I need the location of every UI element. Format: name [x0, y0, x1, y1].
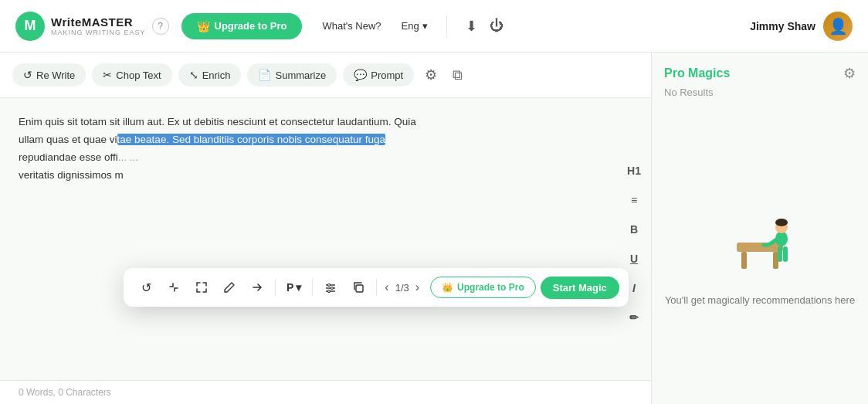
ft-edit-button[interactable] — [216, 274, 242, 300]
crown-icon: 👑 — [197, 20, 210, 32]
app-subtitle: MAKING WRITING EASY — [51, 29, 146, 36]
svg-rect-12 — [778, 246, 782, 262]
summarize-icon: 📄 — [258, 69, 271, 81]
copy-icon: ⧉ — [453, 67, 463, 83]
ft-divider-2 — [312, 279, 313, 296]
logo-icon: M — [15, 12, 45, 41]
svg-point-5 — [328, 290, 331, 293]
underline-format-button[interactable]: U — [623, 248, 645, 270]
download-icon: ⬇ — [466, 18, 477, 35]
word-count: 0 Words, 0 Characters — [19, 387, 111, 398]
ft-edit-icon — [223, 281, 236, 294]
sidebar-title: Pro Magics — [664, 66, 730, 80]
status-bar: 0 Words, 0 Characters — [0, 380, 651, 404]
svg-rect-9 — [773, 252, 778, 269]
language-selector[interactable]: Eng ▾ — [402, 20, 428, 32]
user-area: Jimmy Shaw 👤 — [750, 12, 853, 41]
editor-content[interactable]: Enim quis sit totam sit illum aut. Ex ut… — [0, 98, 651, 380]
settings-icon-button[interactable]: ⚙ — [420, 62, 442, 88]
download-button[interactable]: ⬇ — [466, 18, 477, 35]
ft-settings-icon — [324, 281, 337, 294]
whats-new-button[interactable]: What's New? — [314, 20, 388, 32]
logo-area: M WriteMASTER MAKING WRITING EASY ? — [15, 12, 169, 41]
settings-icon: ⚙ — [425, 67, 437, 83]
floating-toolbar: ↺ P ▾ — [124, 268, 629, 307]
illustration-caption: You'll get magically recommendations her… — [665, 294, 855, 306]
user-avatar: 👤 — [823, 12, 853, 41]
upgrade-to-pro-button[interactable]: 👑 Upgrade to Pro — [181, 13, 303, 39]
chop-icon: ✂ — [103, 69, 112, 81]
editor-text: Enim quis sit totam sit illum aut. Ex ut… — [19, 114, 632, 185]
ft-next-button[interactable]: › — [412, 279, 422, 296]
right-sidebar: Pro Magics ⚙ No Results — [652, 53, 868, 404]
logo-text: WriteMASTER MAKING WRITING EASY — [51, 15, 146, 36]
ft-send-icon — [251, 281, 263, 294]
user-name: Jimmy Shaw — [750, 20, 815, 32]
h1-format-button[interactable]: H1 — [623, 160, 645, 182]
ft-prev-button[interactable]: ‹ — [381, 279, 392, 296]
ft-start-magic-button[interactable]: Start Magic — [541, 277, 619, 299]
svg-rect-13 — [783, 246, 788, 262]
power-icon: ⏻ — [490, 18, 504, 34]
ft-expand-button[interactable] — [188, 274, 215, 300]
ft-shrink-icon — [168, 281, 180, 294]
text-highlighted: tae beatae. Sed blanditiis corporis nobi… — [117, 134, 385, 145]
prompt-icon: 💬 — [354, 69, 367, 81]
text-line-1: Enim quis sit totam sit illum aut. Ex ut… — [19, 114, 632, 131]
sidebar-filter-button[interactable]: ⚙ — [843, 65, 856, 82]
ft-shrink-button[interactable] — [161, 274, 187, 300]
app-title: WriteMASTER — [51, 15, 146, 29]
svg-point-3 — [328, 284, 331, 287]
svg-point-4 — [331, 287, 334, 290]
rewrite-button[interactable]: ↺ Re Write — [12, 63, 86, 87]
text-line-4: veritatis dignissimos m — [19, 167, 632, 185]
ft-rotate-button[interactable]: ↺ — [133, 274, 159, 300]
text-line-2: ullam quas et quae vitae beatae. Sed bla… — [19, 131, 632, 149]
bold-format-button[interactable]: B — [623, 219, 645, 240]
main-area: ↺ Re Write ✂ Chop Text ⤡ Enrich 📄 Summar… — [0, 53, 868, 404]
ft-copy-button[interactable] — [345, 274, 371, 300]
editor-area: ↺ Re Write ✂ Chop Text ⤡ Enrich 📄 Summar… — [0, 53, 652, 404]
ft-expand-icon — [195, 281, 208, 294]
help-icon[interactable]: ? — [152, 18, 169, 35]
text-line-3: repudiandae esse offi... ... — [19, 149, 632, 167]
list-format-button[interactable]: ≡ — [623, 189, 645, 211]
power-button[interactable]: ⏻ — [490, 18, 504, 34]
ft-upgrade-button[interactable]: 👑 Upgrade to Pro — [430, 277, 536, 298]
text-faded: ... ... — [118, 151, 138, 163]
illustration-area: You'll get magically recommendations her… — [664, 114, 856, 392]
ft-p-arrow-icon: ▾ — [296, 281, 301, 294]
ft-crown-icon: 👑 — [442, 282, 453, 293]
svg-rect-8 — [741, 252, 747, 269]
svg-point-14 — [775, 219, 788, 226]
rewrite-icon: ↺ — [23, 69, 32, 81]
recommendation-illustration — [714, 200, 806, 285]
text-pre-highlight: ullam quas et quae vi — [19, 134, 117, 145]
ft-divider-1 — [275, 279, 276, 296]
ft-send-button[interactable] — [244, 274, 270, 300]
svg-rect-7 — [737, 243, 783, 252]
ft-paragraph-button[interactable]: P ▾ — [280, 277, 307, 298]
copy-toolbar-button[interactable]: ⧉ — [448, 63, 467, 88]
ft-rotate-icon: ↺ — [141, 280, 151, 295]
no-results-label: No Results — [664, 87, 856, 98]
ft-settings-button[interactable] — [317, 274, 344, 300]
header: M WriteMASTER MAKING WRITING EASY ? 👑 Up… — [0, 0, 868, 53]
enrich-button[interactable]: ⤡ Enrich — [178, 63, 242, 87]
ft-page-number: 1/3 — [395, 282, 409, 294]
ft-copy-icon — [352, 281, 364, 294]
pen-format-button[interactable]: ✏ — [623, 307, 645, 328]
prompt-button[interactable]: 💬 Prompt — [343, 63, 414, 87]
ft-page-nav: ‹ 1/3 › — [381, 279, 422, 296]
chop-text-button[interactable]: ✂ Chop Text — [92, 63, 171, 87]
sidebar-header: Pro Magics ⚙ — [664, 65, 856, 82]
header-divider — [446, 15, 447, 38]
svg-rect-6 — [356, 285, 363, 292]
ft-divider-3 — [376, 279, 377, 296]
sidebar-filter-icon: ⚙ — [843, 66, 856, 81]
editor-toolbar: ↺ Re Write ✂ Chop Text ⤡ Enrich 📄 Summar… — [0, 53, 651, 98]
summarize-button[interactable]: 📄 Summarize — [247, 63, 337, 87]
enrich-icon: ⤡ — [189, 69, 198, 81]
